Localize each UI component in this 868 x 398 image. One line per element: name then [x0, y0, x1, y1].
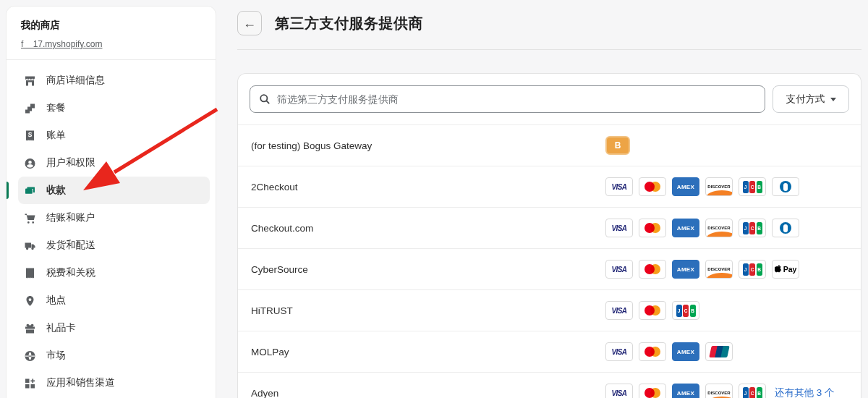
markets-icon — [24, 350, 36, 362]
sidebar-item-label: 市场 — [46, 349, 66, 362]
discover-icon: DISCOVER — [705, 177, 733, 196]
visa-icon: VISA — [605, 260, 633, 279]
provider-name: (for testing) Bogus Gateway — [251, 140, 605, 151]
mastercard-icon — [639, 219, 666, 237]
arrow-left-icon: ← — [243, 16, 256, 31]
provider-name: 2Checkout — [251, 182, 605, 192]
billing-icon — [24, 130, 36, 142]
diners-club-icon — [772, 177, 799, 196]
chevron-down-icon — [830, 98, 836, 101]
settings-nav: 商店详细信息套餐账单用户和权限收款结账和账户发货和配送税费和关税地点礼品卡市场应… — [7, 60, 216, 398]
visa-icon: VISA — [605, 177, 633, 196]
users-icon — [24, 157, 36, 169]
gift-card-icon — [24, 322, 36, 334]
amex-icon: AMEX — [672, 219, 699, 237]
bogus-gateway-icon: B — [605, 136, 630, 155]
sidebar-item-label: 发货和配送 — [46, 239, 95, 252]
jcb-icon: JCB — [672, 301, 699, 320]
jcb-icon: JCB — [739, 219, 766, 237]
amex-icon: AMEX — [672, 260, 699, 279]
sidebar-item-label: 礼品卡 — [46, 321, 76, 334]
payment-method-icons: VISAAMEXDISCOVERJCB — [605, 177, 799, 196]
sidebar-item-shipping-delivery[interactable]: 发货和配送 — [18, 232, 210, 259]
provider-row[interactable]: Checkout.comVISAAMEXDISCOVERJCB — [238, 207, 861, 248]
jcb-icon: JCB — [739, 384, 766, 398]
payment-method-icons: VISAAMEX — [605, 342, 733, 361]
sidebar-store-header: 我的商店 f 17.myshopify.com — [7, 7, 216, 60]
sidebar-item-gift-cards[interactable]: 礼品卡 — [18, 314, 210, 342]
sidebar-item-label: 账单 — [46, 129, 66, 142]
unionpay-icon — [705, 342, 733, 361]
amex-icon: AMEX — [672, 342, 699, 361]
payment-method-icons: VISAAMEXDISCOVERJCB — [605, 219, 799, 237]
shipping-icon — [24, 240, 36, 252]
provider-row[interactable]: 2CheckoutVISAAMEXDISCOVERJCB — [238, 166, 861, 207]
provider-list: (for testing) Bogus GatewayB2CheckoutVIS… — [238, 124, 861, 398]
checkout-icon — [24, 212, 36, 224]
sidebar-item-markets[interactable]: 市场 — [18, 342, 210, 369]
search-input[interactable] — [277, 93, 756, 105]
payment-method-filter-button[interactable]: 支付方式 — [773, 85, 849, 113]
provider-name: CyberSource — [251, 264, 605, 275]
sidebar-item-locations[interactable]: 地点 — [18, 287, 210, 314]
sidebar-item-taxes-duties[interactable]: 税费和关税 — [18, 259, 210, 287]
mastercard-icon — [639, 301, 666, 320]
payments-icon — [24, 185, 36, 197]
sidebar-item-label: 商店详细信息 — [46, 74, 105, 87]
apps-icon — [24, 377, 36, 389]
taxes-icon — [24, 267, 36, 279]
visa-icon: VISA — [605, 219, 633, 237]
provider-row[interactable]: (for testing) Bogus GatewayB — [238, 124, 861, 166]
settings-sidebar: 我的商店 f 17.myshopify.com 商店详细信息套餐账单用户和权限收… — [6, 6, 216, 398]
provider-row[interactable]: AdyenVISAAMEXDISCOVERJCB还有其他 3 个 — [238, 372, 861, 398]
mastercard-icon — [639, 342, 666, 361]
sidebar-item-label: 税费和关税 — [46, 266, 95, 279]
providers-card: 支付方式 (for testing) Bogus GatewayB2Checko… — [237, 73, 861, 398]
sidebar-item-billing[interactable]: 账单 — [18, 122, 210, 149]
jcb-icon: JCB — [739, 177, 766, 196]
provider-row[interactable]: HiTRUSTVISAJCB — [238, 289, 861, 331]
sidebar-item-label: 应用和销售渠道 — [46, 376, 115, 389]
page-title: 第三方支付服务提供商 — [275, 14, 423, 33]
jcb-icon: JCB — [739, 260, 766, 279]
filter-toolbar: 支付方式 — [238, 74, 861, 124]
sidebar-item-checkout-accounts[interactable]: 结账和账户 — [18, 204, 210, 232]
payment-method-icons: B — [605, 136, 630, 155]
sidebar-item-label: 收款 — [46, 184, 66, 197]
sidebar-item-users-permissions[interactable]: 用户和权限 — [18, 149, 210, 177]
sidebar-item-label: 用户和权限 — [46, 156, 95, 169]
provider-row[interactable]: MOLPayVISAAMEX — [238, 331, 861, 372]
amex-icon: AMEX — [672, 384, 699, 398]
provider-name: Adyen — [251, 388, 605, 398]
sidebar-item-plan[interactable]: 套餐 — [18, 94, 210, 122]
sidebar-item-apps-sales-channels[interactable]: 应用和销售渠道 — [18, 369, 210, 397]
diners-club-icon — [772, 219, 799, 237]
discover-icon: DISCOVER — [705, 260, 733, 279]
visa-icon: VISA — [605, 301, 633, 320]
locations-icon — [24, 295, 36, 307]
visa-icon: VISA — [605, 384, 633, 398]
sidebar-item-label: 套餐 — [46, 101, 66, 114]
sidebar-item-payments[interactable]: 收款 — [18, 177, 210, 204]
back-button[interactable]: ← — [237, 11, 262, 35]
store-domain-link[interactable]: f 17.myshopify.com — [21, 39, 102, 49]
storefront-icon — [24, 75, 36, 87]
amex-icon: AMEX — [672, 177, 699, 196]
provider-name: MOLPay — [251, 347, 605, 357]
sidebar-item-store-details[interactable]: 商店详细信息 — [18, 67, 210, 94]
sidebar-item-label: 结账和账户 — [46, 211, 95, 224]
mastercard-icon — [639, 177, 666, 196]
provider-name: Checkout.com — [251, 223, 605, 234]
sidebar-item-label: 地点 — [46, 294, 66, 307]
more-methods-link[interactable]: 还有其他 3 个 — [775, 386, 835, 398]
provider-name: HiTRUST — [251, 305, 605, 316]
plan-icon — [24, 102, 36, 114]
visa-icon: VISA — [605, 342, 633, 361]
mastercard-icon — [639, 384, 666, 398]
payment-method-icons: VISAAMEXDISCOVERJCB — [605, 384, 766, 398]
header-divider — [237, 49, 861, 50]
discover-icon: DISCOVER — [705, 219, 733, 237]
search-icon — [259, 93, 271, 105]
provider-row[interactable]: CyberSourceVISAAMEXDISCOVERJCBPay — [238, 248, 861, 289]
store-name: 我的商店 — [21, 19, 201, 32]
